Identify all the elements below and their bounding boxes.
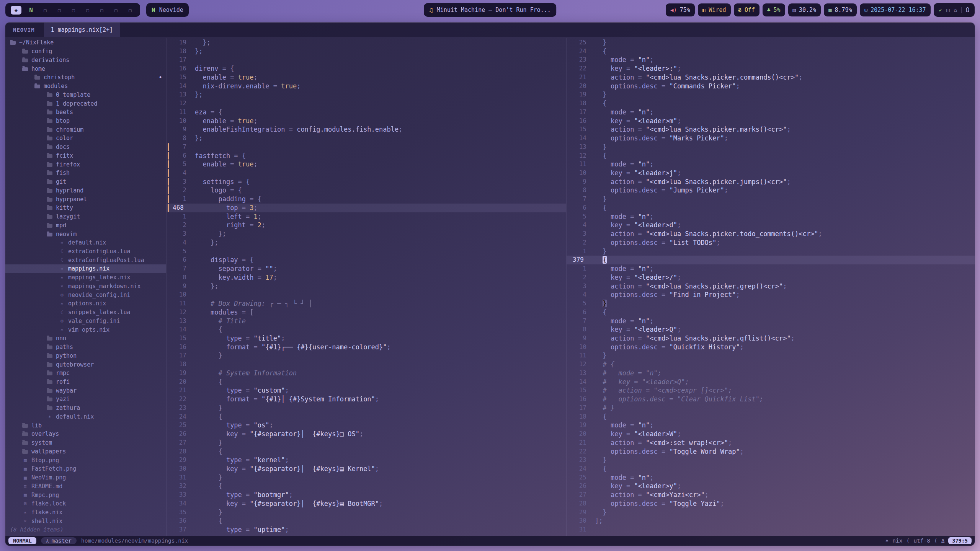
code-line[interactable]: 33 type = "bootmgr";	[167, 491, 566, 499]
tree-item-home[interactable]: home	[5, 64, 166, 73]
code-line[interactable]: 25 mode = "n";	[567, 473, 975, 482]
code-line[interactable]: 1 mode = "n";	[567, 264, 975, 273]
code-line[interactable]: 37 type = "uptime";	[167, 525, 566, 534]
workspace-8[interactable]: ▢	[111, 7, 121, 13]
tree-item-snippets_latex.lua[interactable]: ☾snippets_latex.lua	[5, 308, 166, 317]
segment-memory[interactable]: ▤30.2%	[788, 3, 821, 16]
code-line[interactable]: 4 options.desc = "Find in Project";	[567, 290, 975, 299]
tree-item-rmpc[interactable]: rmpc	[5, 369, 166, 378]
tree-item-paths[interactable]: paths	[5, 343, 166, 352]
tree-item-flake.lock[interactable]: ⊠flake.lock	[5, 499, 166, 508]
code-line[interactable]: 18 {	[567, 412, 975, 421]
workspace-4[interactable]: ▢	[55, 7, 64, 13]
workspace-9[interactable]: ▢	[126, 7, 135, 13]
tree-item-0_template[interactable]: 0_template	[5, 90, 166, 99]
tree-item-FastFetch.png[interactable]: ▦FastFetch.png	[5, 465, 166, 473]
tree-item-overlays[interactable]: overlays	[5, 430, 166, 439]
tree-item-mappings_markdown.nix[interactable]: ∗mappings_markdown.nix	[5, 282, 166, 291]
tree-item-derivations[interactable]: derivations	[5, 55, 166, 64]
code-line[interactable]: 4	[167, 169, 566, 178]
segment-bluetooth[interactable]: ɃOff	[734, 3, 760, 16]
code-line[interactable]: 8 key.width = 17;	[167, 273, 566, 282]
code-line[interactable]: 8 options.desc = "Jumps Picker";	[567, 186, 975, 195]
code-line[interactable]: 18 {	[567, 99, 975, 108]
code-line[interactable]: 10 enable = true;	[167, 117, 566, 126]
tree-item-yazi[interactable]: yazi	[5, 395, 166, 404]
code-line[interactable]: 9 };	[167, 282, 566, 291]
tree-item-hyprland[interactable]: hyprland	[5, 186, 166, 195]
code-line[interactable]: 5 }	[567, 299, 975, 308]
code-line[interactable]: 27 }	[167, 439, 566, 447]
music-player-widget[interactable]: ♫ Minuit Machine – Don't Run Fro...	[424, 3, 556, 17]
tree-item-vim_opts.nix[interactable]: ∗vim_opts.nix	[5, 325, 166, 334]
code-line[interactable]: 12	[167, 99, 566, 108]
tree-item-extraConfigLuaPost.lua[interactable]: ☾extraConfigLuaPost.lua	[5, 256, 166, 264]
tree-item-mappings_latex.nix[interactable]: ∗mappings_latex.nix	[5, 273, 166, 282]
code-line[interactable]: 21 type = "custom";	[167, 386, 566, 395]
code-line[interactable]: 31	[567, 525, 975, 534]
code-line[interactable]: 13};	[167, 90, 566, 99]
notification-bell-icon[interactable]: Ω	[966, 7, 969, 13]
tree-item-nnn[interactable]: nnn	[5, 334, 166, 343]
tree-item-fcitx[interactable]: fcitx	[5, 152, 166, 160]
code-line[interactable]: 6 {	[567, 204, 975, 212]
code-line[interactable]: 9 enableFishIntegration = config.modules…	[167, 125, 566, 134]
code-line[interactable]: 1 }	[567, 247, 975, 256]
tree-item-default.nix[interactable]: ∗default.nix	[5, 412, 166, 421]
code-line[interactable]: 13 # Title	[167, 317, 566, 326]
workspace-1[interactable]: ◆	[11, 6, 21, 15]
tree-item-lazygit[interactable]: lazygit	[5, 212, 166, 221]
code-line[interactable]: 6 display = {	[167, 256, 566, 264]
code-line[interactable]: 14 # key = "<leader>Q";	[567, 378, 975, 386]
code-line[interactable]: 1 left = 1;	[167, 212, 566, 221]
active-app-island[interactable]: N Neovide	[146, 3, 189, 17]
tree-item-Rmpc.png[interactable]: ▦Rmpc.png	[5, 491, 166, 499]
tree-item-color[interactable]: color	[5, 134, 166, 143]
tree-item-extraConfigLua.lua[interactable]: ☾extraConfigLua.lua	[5, 247, 166, 256]
code-line[interactable]: 20 key = "<leader>W";	[567, 430, 975, 439]
code-line[interactable]: 3 action = "<cmd>lua Snacks.picker.grep(…	[567, 282, 975, 291]
code-line[interactable]: 17 }	[167, 351, 566, 360]
code-line[interactable]: 35 }	[167, 508, 566, 517]
tree-item-~/NixFlake[interactable]: ~/NixFlake	[5, 38, 166, 47]
code-line[interactable]: 17 mode = "n";	[567, 108, 975, 117]
code-line[interactable]: 16 key = "<leader>m";	[567, 117, 975, 126]
tree-item-neovim[interactable]: neovim	[5, 230, 166, 238]
code-line[interactable]: 22 format = "{#1}│ {#}System Information…	[167, 395, 566, 404]
code-line[interactable]: 21 action = "<cmd>:set wrap!<cr>";	[567, 439, 975, 447]
workspace-5[interactable]: ▢	[69, 7, 78, 13]
code-line[interactable]: 16direnv = {	[167, 64, 566, 73]
code-line[interactable]: 2 options.desc = "List TODOs";	[567, 238, 975, 247]
segment-cpu[interactable]: ▦8.79%	[824, 3, 857, 16]
tree-item-firefox[interactable]: firefox	[5, 160, 166, 169]
tree-item-btop[interactable]: btop	[5, 117, 166, 126]
code-line[interactable]: 11 mode = "n";	[567, 160, 975, 169]
code-line[interactable]: 18	[167, 360, 566, 369]
workspace-3[interactable]: ▢	[41, 7, 50, 13]
code-line[interactable]: 19 }	[567, 90, 975, 99]
code-line[interactable]: 3 action = "<cmd>lua Snacks.picker.todo_…	[567, 230, 975, 238]
tree-item-lib[interactable]: lib	[5, 421, 166, 430]
tree-item-zathura[interactable]: zathura	[5, 404, 166, 412]
code-line[interactable]: 23 }	[167, 404, 566, 412]
code-line[interactable]: 13 }	[567, 143, 975, 152]
code-line[interactable]: 22 key = "<leader>:";	[567, 64, 975, 73]
code-line[interactable]: 2 logo = {	[167, 186, 566, 195]
tree-item-git[interactable]: git	[5, 178, 166, 186]
tree-item-python[interactable]: python	[5, 351, 166, 360]
code-line[interactable]: 11 # Box Drawing: ┌ ─ ┐ └ ┘ │	[167, 299, 566, 308]
code-line[interactable]: 9 action = "<cmd>lua Snacks.picker.qflis…	[567, 334, 975, 343]
tree-item-christoph[interactable]: christoph•	[5, 73, 166, 82]
tree-item-README.md[interactable]: ≡README.md	[5, 482, 166, 491]
code-line[interactable]: 8};	[167, 134, 566, 143]
code-line[interactable]: 9 action = "<cmd>lua Snacks.picker.jumps…	[567, 178, 975, 186]
code-line[interactable]: 27 action = "<cmd>Yazi<cr>";	[567, 491, 975, 499]
segment-clock[interactable]: ⊞2025-07-22 16:37	[860, 3, 931, 16]
code-line[interactable]: 468 top = 3;	[167, 204, 566, 212]
display-icon[interactable]: ◫	[946, 7, 949, 13]
code-line[interactable]: 2 right = 2;	[167, 221, 566, 230]
code-line[interactable]: 36 {	[167, 517, 566, 525]
tree-item-mappings.nix[interactable]: ∗mappings.nix	[5, 264, 166, 273]
tree-item-1_deprecated[interactable]: 1_deprecated	[5, 99, 166, 108]
segment-volume[interactable]: ◀)75%	[666, 3, 695, 16]
